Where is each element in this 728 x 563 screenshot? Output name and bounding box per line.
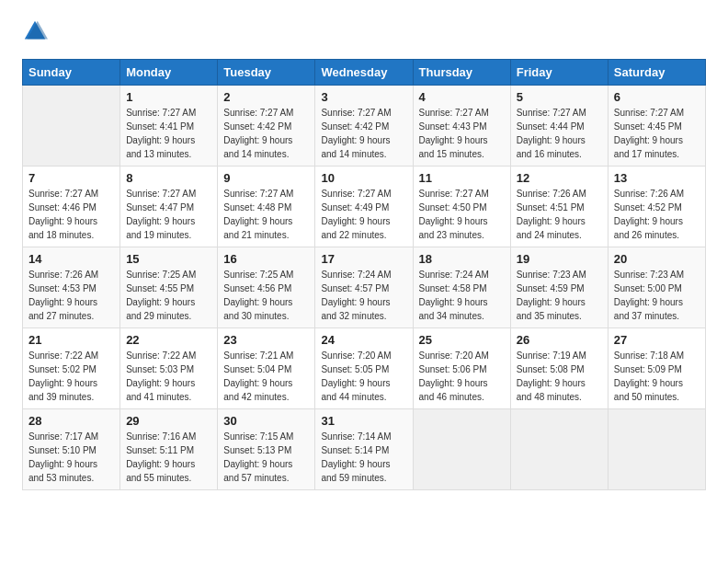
day-number: 4: [419, 90, 505, 104]
calendar-day-cell: 25Sunrise: 7:20 AMSunset: 5:06 PMDayligh…: [413, 328, 510, 409]
day-number: 16: [223, 252, 309, 266]
calendar-day-cell: 5Sunrise: 7:27 AMSunset: 4:44 PMDaylight…: [510, 86, 608, 167]
day-info: Sunrise: 7:15 AMSunset: 5:13 PMDaylight:…: [223, 430, 309, 485]
calendar-day-cell: 10Sunrise: 7:27 AMSunset: 4:49 PMDayligh…: [315, 167, 413, 247]
calendar-header-cell: Tuesday: [218, 60, 315, 86]
day-number: 18: [419, 252, 505, 266]
day-info: Sunrise: 7:22 AMSunset: 5:03 PMDaylight:…: [126, 349, 211, 404]
day-info: Sunrise: 7:18 AMSunset: 5:09 PMDaylight:…: [614, 349, 700, 404]
day-number: 5: [517, 90, 602, 104]
calendar-day-cell: [23, 86, 120, 167]
calendar-day-cell: 27Sunrise: 7:18 AMSunset: 5:09 PMDayligh…: [608, 328, 705, 409]
day-number: 2: [223, 90, 309, 104]
day-info: Sunrise: 7:27 AMSunset: 4:47 PMDaylight:…: [126, 187, 211, 242]
calendar-day-cell: 21Sunrise: 7:22 AMSunset: 5:02 PMDayligh…: [23, 328, 120, 409]
day-info: Sunrise: 7:26 AMSunset: 4:52 PMDaylight:…: [614, 187, 700, 242]
calendar-week-row: 7Sunrise: 7:27 AMSunset: 4:46 PMDaylight…: [23, 167, 706, 247]
day-info: Sunrise: 7:27 AMSunset: 4:46 PMDaylight:…: [28, 187, 114, 242]
day-info: Sunrise: 7:27 AMSunset: 4:50 PMDaylight:…: [419, 187, 505, 242]
day-number: 20: [614, 252, 700, 266]
day-info: Sunrise: 7:20 AMSunset: 5:05 PMDaylight:…: [321, 349, 406, 404]
calendar-header-cell: Sunday: [23, 60, 120, 86]
calendar-day-cell: 17Sunrise: 7:24 AMSunset: 4:57 PMDayligh…: [315, 247, 413, 328]
day-number: 7: [28, 171, 114, 185]
day-info: Sunrise: 7:27 AMSunset: 4:41 PMDaylight:…: [126, 106, 211, 161]
calendar-header-cell: Friday: [510, 60, 608, 86]
calendar-day-cell: 12Sunrise: 7:26 AMSunset: 4:51 PMDayligh…: [510, 167, 608, 247]
day-info: Sunrise: 7:27 AMSunset: 4:42 PMDaylight:…: [321, 106, 406, 161]
calendar-header-cell: Monday: [120, 60, 218, 86]
day-info: Sunrise: 7:26 AMSunset: 4:51 PMDaylight:…: [517, 187, 602, 242]
calendar-day-cell: 15Sunrise: 7:25 AMSunset: 4:55 PMDayligh…: [120, 247, 218, 328]
day-info: Sunrise: 7:23 AMSunset: 4:59 PMDaylight:…: [517, 268, 602, 323]
calendar-day-cell: 20Sunrise: 7:23 AMSunset: 5:00 PMDayligh…: [608, 247, 705, 328]
day-number: 27: [614, 333, 700, 347]
day-info: Sunrise: 7:25 AMSunset: 4:55 PMDaylight:…: [126, 268, 211, 323]
day-number: 14: [28, 252, 114, 266]
day-number: 15: [126, 252, 211, 266]
calendar-day-cell: 2Sunrise: 7:27 AMSunset: 4:42 PMDaylight…: [218, 86, 315, 167]
day-number: 11: [419, 171, 505, 185]
day-info: Sunrise: 7:27 AMSunset: 4:49 PMDaylight:…: [321, 187, 406, 242]
day-number: 9: [223, 171, 309, 185]
day-number: 24: [321, 333, 406, 347]
day-info: Sunrise: 7:17 AMSunset: 5:10 PMDaylight:…: [28, 430, 114, 485]
day-info: Sunrise: 7:27 AMSunset: 4:43 PMDaylight:…: [419, 106, 505, 161]
calendar-body: 1Sunrise: 7:27 AMSunset: 4:41 PMDaylight…: [23, 86, 706, 490]
day-info: Sunrise: 7:20 AMSunset: 5:06 PMDaylight:…: [419, 349, 505, 404]
day-info: Sunrise: 7:21 AMSunset: 5:04 PMDaylight:…: [223, 349, 309, 404]
calendar-day-cell: 3Sunrise: 7:27 AMSunset: 4:42 PMDaylight…: [315, 86, 413, 167]
calendar-day-cell: 26Sunrise: 7:19 AMSunset: 5:08 PMDayligh…: [510, 328, 608, 409]
calendar-day-cell: 22Sunrise: 7:22 AMSunset: 5:03 PMDayligh…: [120, 328, 218, 409]
calendar-day-cell: 18Sunrise: 7:24 AMSunset: 4:58 PMDayligh…: [413, 247, 510, 328]
day-info: Sunrise: 7:23 AMSunset: 5:00 PMDaylight:…: [614, 268, 700, 323]
day-number: 13: [614, 171, 700, 185]
calendar-header-row: SundayMondayTuesdayWednesdayThursdayFrid…: [23, 60, 706, 86]
calendar-day-cell: 1Sunrise: 7:27 AMSunset: 4:41 PMDaylight…: [120, 86, 218, 167]
day-number: 22: [126, 333, 211, 347]
calendar-day-cell: 28Sunrise: 7:17 AMSunset: 5:10 PMDayligh…: [23, 409, 120, 490]
calendar-day-cell: 24Sunrise: 7:20 AMSunset: 5:05 PMDayligh…: [315, 328, 413, 409]
calendar-day-cell: 6Sunrise: 7:27 AMSunset: 4:45 PMDaylight…: [608, 86, 705, 167]
calendar-day-cell: 11Sunrise: 7:27 AMSunset: 4:50 PMDayligh…: [413, 167, 510, 247]
calendar-day-cell: 19Sunrise: 7:23 AMSunset: 4:59 PMDayligh…: [510, 247, 608, 328]
day-info: Sunrise: 7:27 AMSunset: 4:44 PMDaylight:…: [517, 106, 602, 161]
day-info: Sunrise: 7:19 AMSunset: 5:08 PMDaylight:…: [517, 349, 602, 404]
calendar-day-cell: 4Sunrise: 7:27 AMSunset: 4:43 PMDaylight…: [413, 86, 510, 167]
logo: [22, 18, 51, 48]
day-info: Sunrise: 7:27 AMSunset: 4:45 PMDaylight:…: [614, 106, 700, 161]
day-info: Sunrise: 7:22 AMSunset: 5:02 PMDaylight:…: [28, 349, 114, 404]
logo-icon: [22, 18, 48, 48]
day-info: Sunrise: 7:24 AMSunset: 4:58 PMDaylight:…: [419, 268, 505, 323]
calendar-day-cell: 31Sunrise: 7:14 AMSunset: 5:14 PMDayligh…: [315, 409, 413, 490]
day-number: 29: [126, 414, 211, 428]
day-number: 30: [223, 414, 309, 428]
calendar-day-cell: [608, 409, 705, 490]
day-number: 12: [517, 171, 602, 185]
day-info: Sunrise: 7:26 AMSunset: 4:53 PMDaylight:…: [28, 268, 114, 323]
calendar-day-cell: 7Sunrise: 7:27 AMSunset: 4:46 PMDaylight…: [23, 167, 120, 247]
calendar-day-cell: 23Sunrise: 7:21 AMSunset: 5:04 PMDayligh…: [218, 328, 315, 409]
day-number: 19: [517, 252, 602, 266]
calendar-day-cell: 30Sunrise: 7:15 AMSunset: 5:13 PMDayligh…: [218, 409, 315, 490]
calendar-header-cell: Wednesday: [315, 60, 413, 86]
day-number: 21: [28, 333, 114, 347]
day-number: 6: [614, 90, 700, 104]
day-number: 10: [321, 171, 406, 185]
calendar-week-row: 14Sunrise: 7:26 AMSunset: 4:53 PMDayligh…: [23, 247, 706, 328]
calendar-day-cell: 29Sunrise: 7:16 AMSunset: 5:11 PMDayligh…: [120, 409, 218, 490]
day-number: 17: [321, 252, 406, 266]
calendar-week-row: 21Sunrise: 7:22 AMSunset: 5:02 PMDayligh…: [23, 328, 706, 409]
day-info: Sunrise: 7:27 AMSunset: 4:48 PMDaylight:…: [223, 187, 309, 242]
header: [22, 18, 706, 48]
calendar-week-row: 28Sunrise: 7:17 AMSunset: 5:10 PMDayligh…: [23, 409, 706, 490]
calendar-day-cell: 9Sunrise: 7:27 AMSunset: 4:48 PMDaylight…: [218, 167, 315, 247]
calendar-day-cell: [413, 409, 510, 490]
calendar-day-cell: 14Sunrise: 7:26 AMSunset: 4:53 PMDayligh…: [23, 247, 120, 328]
day-number: 26: [517, 333, 602, 347]
calendar-week-row: 1Sunrise: 7:27 AMSunset: 4:41 PMDaylight…: [23, 86, 706, 167]
calendar-day-cell: 8Sunrise: 7:27 AMSunset: 4:47 PMDaylight…: [120, 167, 218, 247]
day-number: 1: [126, 90, 211, 104]
day-number: 31: [321, 414, 406, 428]
day-number: 8: [126, 171, 211, 185]
